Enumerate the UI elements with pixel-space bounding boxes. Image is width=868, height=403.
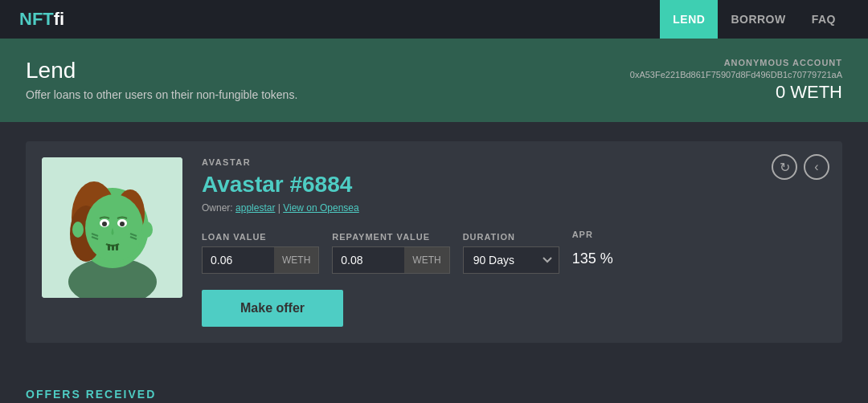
navbar: NFTfi LEND BORROW FAQ [0,0,868,39]
svg-point-16 [141,222,153,238]
header-left: Lend Offer loans to other users on their… [26,58,297,101]
loan-value-label: LOAN VALUE [202,232,319,242]
card-nav-controls: ↻ ‹ [772,154,829,180]
header-right: ANONYMOUS ACCOUNT 0xA53Fe221Bd861F75907d… [630,58,842,103]
loan-value-currency: WETH [274,246,319,274]
duration-field: DURATION 7 Days 14 Days 30 Days 60 Days … [463,232,559,274]
svg-rect-12 [108,244,110,250]
svg-point-10 [102,222,107,226]
svg-rect-14 [116,244,118,250]
page-title: Lend [26,58,297,83]
nft-name: Avastar #6884 [202,172,826,197]
header-section: Lend Offer loans to other users on their… [0,39,868,122]
page-subtitle: Offer loans to other users on their non-… [26,88,297,101]
repayment-value-input[interactable] [332,246,404,274]
logo-nft: NFT [19,9,54,29]
nav-faq[interactable]: FAQ [799,0,849,39]
svg-rect-13 [112,245,114,250]
make-offer-button[interactable]: Make offer [202,290,343,327]
apr-label: APR [572,230,613,239]
opensea-link[interactable]: View on Opensea [283,202,359,214]
offers-section: OFFERS RECEIVED OFFERED BY DURATION LOAN… [0,388,868,403]
repayment-value-field: REPAYMENT VALUE WETH [332,232,449,274]
main-content: AVASTAR Avastar #6884 Owner: applestar |… [0,122,868,388]
svg-point-11 [120,222,125,226]
nft-card: AVASTAR Avastar #6884 Owner: applestar |… [26,141,842,343]
repayment-value-label: REPAYMENT VALUE [332,232,449,242]
logo-fi: fi [54,9,64,29]
card-prev-button[interactable]: ‹ [804,154,829,180]
loan-value-input-group: WETH [202,246,319,274]
loan-value-input[interactable] [202,246,274,274]
nft-details: AVASTAR Avastar #6884 Owner: applestar |… [202,157,826,327]
owner-link[interactable]: applestar [235,202,275,214]
offers-title: OFFERS RECEIVED [26,388,842,401]
nft-image [42,157,182,298]
svg-point-7 [85,194,143,262]
duration-label: DURATION [463,232,559,242]
nft-owner: Owner: applestar | View on Opensea [202,202,826,214]
card-refresh-button[interactable]: ↻ [772,154,797,180]
account-address: 0xA53Fe221Bd861F75907d8Fd496DB1c70779721… [630,70,842,79]
apr-value: 135 % [572,244,613,274]
duration-select[interactable]: 7 Days 14 Days 30 Days 60 Days 90 Days [463,246,559,274]
apr-field: APR 135 % [572,230,613,274]
loan-value-field: LOAN VALUE WETH [202,232,319,274]
owner-label: Owner: [202,202,233,214]
nav-items: LEND BORROW FAQ [660,0,849,39]
weth-balance: 0 WETH [630,82,842,103]
repayment-value-input-group: WETH [332,246,449,274]
nav-borrow[interactable]: BORROW [718,0,798,39]
svg-point-15 [72,222,84,238]
logo: NFTfi [19,9,660,30]
nav-lend[interactable]: LEND [660,0,718,39]
account-label: ANONYMOUS ACCOUNT [630,58,842,67]
repayment-value-currency: WETH [404,246,449,274]
loan-form: LOAN VALUE WETH REPAYMENT VALUE WETH DUR… [202,230,826,274]
nft-collection: AVASTAR [202,157,826,167]
